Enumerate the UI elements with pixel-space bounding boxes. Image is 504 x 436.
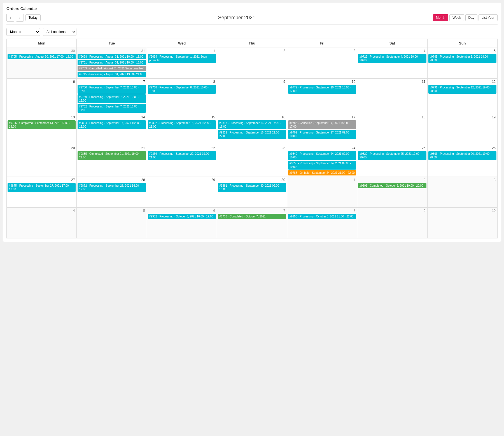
day-cell: 7#9750 - Processing - September 7, 2021 … <box>77 79 147 114</box>
calendar-event[interactable]: #9849 - Processing - September 24, 2021 … <box>288 151 356 160</box>
day-cell: 12#9791 - Processing - September 12, 202… <box>427 79 497 114</box>
day-number: 5 <box>77 208 146 213</box>
day-cell: 26#9866 - Processing - September 26, 202… <box>427 145 497 177</box>
period-filter[interactable]: Months Weeks Days <box>6 28 40 36</box>
day-cell: 1 <box>287 177 357 208</box>
col-sun: Sun <box>427 39 497 48</box>
day-number: 9 <box>218 79 286 84</box>
calendar-event[interactable]: #9709 - Cancelled - August 31, 2021 Soon… <box>78 66 146 71</box>
day-cell: 16#9817 - Processing - September 16, 202… <box>217 114 287 145</box>
day-cell: 8#9768 - Processing - September 8, 2021 … <box>147 79 217 114</box>
calendar-event[interactable]: #6736 - Completed - October 7, 2021 <box>218 214 286 219</box>
day-cell: 22#9856 - Processing - September 22, 202… <box>147 145 217 177</box>
calendar-event[interactable]: #9634 - Processing - September 1, 2021 S… <box>148 54 216 63</box>
calendar-event[interactable]: #9853 - Processing - September 24, 2021 … <box>288 161 356 170</box>
calendar-event[interactable]: #9829 - Processing - September 25, 2021 … <box>358 151 426 160</box>
day-cell: 24#9849 - Processing - September 24, 202… <box>287 145 357 177</box>
calendar-event[interactable]: #9950 - Processing - October 8, 2021 21:… <box>288 214 356 219</box>
calendar-event[interactable]: #9872 - Processing - September 28, 2021 … <box>78 183 146 192</box>
day-cell: 8#9950 - Processing - October 8, 2021 21… <box>287 208 357 238</box>
orders-calendar-page: Orders Calendar ‹ › Today September 2021… <box>3 3 501 242</box>
day-number: 27 <box>7 177 76 182</box>
day-cell: 6 <box>7 79 77 114</box>
day-number: 17 <box>288 115 356 120</box>
view-month-button[interactable]: Month <box>433 14 448 21</box>
day-number: 11 <box>358 79 426 84</box>
next-button[interactable]: › <box>16 14 24 22</box>
calendar-event[interactable]: #9856 - Processing - September 22, 2021 … <box>148 151 216 160</box>
view-week-button[interactable]: Week <box>449 14 464 21</box>
day-number: 10 <box>288 79 356 84</box>
day-cell: 18 <box>357 114 427 145</box>
day-cell: 20 <box>7 145 77 177</box>
calendar-event[interactable]: #9729 - Processing - September 4, 2021 1… <box>358 54 426 63</box>
day-cell: 11 <box>357 79 427 114</box>
day-cell: 10 <box>427 208 497 238</box>
day-number: 15 <box>148 115 216 120</box>
location-filter[interactable]: All Locations <box>43 28 76 36</box>
today-button[interactable]: Today <box>25 14 41 21</box>
toolbar-left: ‹ › Today <box>6 14 41 22</box>
prev-button[interactable]: ‹ <box>6 14 14 22</box>
view-day-button[interactable]: Day <box>465 14 477 21</box>
calendar-event[interactable]: #9881 - Processing - September 30, 2021 … <box>218 183 286 192</box>
toolbar: ‹ › Today September 2021 Month Week Day … <box>6 14 498 25</box>
calendar-event[interactable]: #9701 - Processing - August 31, 2021 10:… <box>78 60 146 65</box>
calendar-event[interactable]: #9822 - Processing - September 16, 2021 … <box>218 130 286 139</box>
day-number: 1 <box>148 48 216 53</box>
day-number: 2 <box>218 48 286 53</box>
day-cell: 6#9932 - Processing - October 6, 2021 16… <box>147 208 217 238</box>
calendar-event[interactable]: #9785 - On hold - September 24, 2021 21:… <box>288 170 356 175</box>
week-row-0: 30#9705 - Processing - August 30, 2021 1… <box>7 48 498 79</box>
calendar-event[interactable]: #9895 - Completed - October 2, 2021 19:0… <box>358 183 426 188</box>
calendar-event[interactable]: #9835 - Completed - September 21, 2021 1… <box>78 151 146 160</box>
day-cell: 2 <box>217 48 287 79</box>
filters: Months Weeks Days All Locations <box>6 28 498 36</box>
day-cell: 7#6736 - Completed - October 7, 2021 <box>217 208 287 238</box>
calendar-event[interactable]: #9705 - Processing - August 30, 2021 17:… <box>8 54 76 59</box>
calendar-event[interactable]: #9796 - Completed - September 13, 2021 1… <box>8 120 76 129</box>
view-list-year-button[interactable]: List Year <box>479 14 498 21</box>
day-cell: 29 <box>147 177 217 208</box>
calendar-event[interactable]: #9698 - Processing - August 31, 2021 10:… <box>78 54 146 59</box>
col-fri: Fri <box>287 39 357 48</box>
day-number: 6 <box>7 79 76 84</box>
calendar-event[interactable]: #9745 - Processing - September 5, 2021 1… <box>428 54 496 63</box>
calendar-event[interactable]: #9762 - Processing - September 7, 2021 1… <box>78 104 146 113</box>
day-number: 14 <box>77 115 146 120</box>
calendar-event[interactable]: #9807 - Processing - September 15, 2021 … <box>148 120 216 129</box>
day-cell: 15#9807 - Processing - September 15, 202… <box>147 114 217 145</box>
day-cell: 10#9779 - Processing - September 10, 202… <box>287 79 357 114</box>
day-cell: 3 <box>287 48 357 79</box>
calendar-event[interactable]: #9866 - Processing - September 26, 2021 … <box>428 151 496 160</box>
calendar-event[interactable]: #9799 - Processing - September 17, 2021 … <box>288 130 356 139</box>
calendar-event[interactable]: #9932 - Processing - October 6, 2021 16:… <box>148 214 216 219</box>
day-number: 7 <box>77 79 146 84</box>
day-cell: 27#9875 - Processing - September 27, 202… <box>7 177 77 208</box>
day-number: 29 <box>148 177 216 182</box>
day-number: 8 <box>148 79 216 84</box>
calendar-event[interactable]: #9750 - Processing - September 7, 2021 1… <box>78 85 146 94</box>
day-number: 12 <box>428 79 497 84</box>
day-cell: 23 <box>217 145 287 177</box>
day-cell: 28#9872 - Processing - September 28, 202… <box>77 177 147 208</box>
calendar-event[interactable]: #9715 - Processing - August 31, 2021 19:… <box>78 72 146 77</box>
calendar-event[interactable]: #9783 - Cancelled - September 17, 2021 1… <box>288 120 356 129</box>
view-switcher: Month Week Day List Year <box>433 14 498 21</box>
week-row-4: 27#9875 - Processing - September 27, 202… <box>7 177 498 208</box>
calendar-event[interactable]: #9779 - Processing - September 10, 2021 … <box>288 85 356 94</box>
week-row-2: 13#9796 - Completed - September 13, 2021… <box>7 114 498 145</box>
calendar-event[interactable]: #9875 - Processing - September 27, 2021 … <box>8 183 76 192</box>
calendar-event[interactable]: #9768 - Processing - September 8, 2021 1… <box>148 85 216 94</box>
day-number: 2 <box>358 177 426 182</box>
day-number: 8 <box>288 208 356 213</box>
day-number: 13 <box>7 115 76 120</box>
calendar-event[interactable]: #9817 - Processing - September 16, 2021 … <box>218 120 286 129</box>
day-cell: 30#9705 - Processing - August 30, 2021 1… <box>7 48 77 79</box>
day-number: 26 <box>428 146 497 151</box>
day-number: 3 <box>428 177 497 182</box>
week-row-1: 67#9750 - Processing - September 7, 2021… <box>7 79 498 114</box>
calendar-event[interactable]: #9759 - Processing - September 7, 2021 1… <box>78 94 146 103</box>
calendar-event[interactable]: #9791 - Processing - September 12, 2021 … <box>428 85 496 94</box>
calendar-event[interactable]: #9804 - Processing - September 14, 2021 … <box>78 120 146 129</box>
